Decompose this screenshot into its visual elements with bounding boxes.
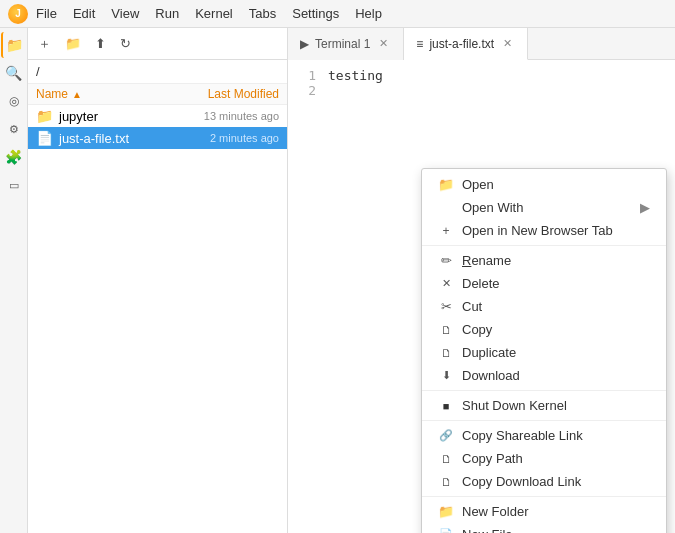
menu-tabs[interactable]: Tabs [241, 4, 284, 23]
ctx-duplicate[interactable]: 🗋 Duplicate [422, 341, 666, 364]
line-number-2: 2 [288, 83, 328, 98]
ctx-separator-2 [422, 390, 666, 391]
ctx-new-folder[interactable]: 📁 New Folder [422, 500, 666, 523]
icon-git[interactable]: ◎ [1, 88, 27, 114]
ctx-shutdown-kernel[interactable]: ■ Shut Down Kernel [422, 394, 666, 417]
ctx-copy-icon: 🗋 [438, 324, 454, 336]
ctx-open-label: Open [462, 177, 650, 192]
upload-btn[interactable]: ⬆ [91, 34, 110, 53]
ctx-copy-dl-label: Copy Download Link [462, 474, 650, 489]
breadcrumb-root[interactable]: / [36, 64, 40, 79]
new-launcher-btn[interactable]: ＋ [34, 33, 55, 55]
menu-run[interactable]: Run [147, 4, 187, 23]
icon-bar: 📁 🔍 ◎ ⚙ 🧩 ▭ [0, 28, 28, 533]
menu-help[interactable]: Help [347, 4, 390, 23]
ctx-rename[interactable]: ✏ Rename [422, 249, 666, 272]
ctx-copy-shareable-link[interactable]: 🔗 Copy Shareable Link [422, 424, 666, 447]
icon-terminal[interactable]: ▭ [1, 172, 27, 198]
ctx-download-icon: ⬇ [438, 369, 454, 382]
file-modified: 2 minutes ago [210, 132, 279, 144]
tab-just-a-file[interactable]: ≡ just-a-file.txt ✕ [404, 28, 528, 60]
menu-file[interactable]: File [28, 4, 65, 23]
ctx-open-with-arrow: ▶ [640, 200, 650, 215]
icon-search[interactable]: 🔍 [1, 60, 27, 86]
ctx-open[interactable]: 📁 Open [422, 173, 666, 196]
ctx-copy-download-link[interactable]: 🗋 Copy Download Link [422, 470, 666, 493]
ctx-open-browser-tab[interactable]: + Open in New Browser Tab [422, 219, 666, 242]
tab-terminal1[interactable]: ▶ Terminal 1 ✕ [288, 28, 404, 60]
ctx-delete-label: Delete [462, 276, 650, 291]
menu-view[interactable]: View [103, 4, 147, 23]
file-modified: 13 minutes ago [204, 110, 279, 122]
line-content-1: testing [328, 68, 383, 83]
tab-bar: ▶ Terminal 1 ✕ ≡ just-a-file.txt ✕ [288, 28, 675, 60]
ctx-copy-link-icon: 🔗 [438, 429, 454, 442]
editor-line-1: 1 testing [288, 68, 675, 83]
ctx-open-browser-label: Open in New Browser Tab [462, 223, 650, 238]
file-item-just-a-file[interactable]: 📄 just-a-file.txt 2 minutes ago [28, 127, 287, 149]
menu-settings[interactable]: Settings [284, 4, 347, 23]
tab-close-file[interactable]: ✕ [500, 36, 515, 51]
menubar: J File Edit View Run Kernel Tabs Setting… [0, 0, 675, 28]
file-panel: ＋ 📁 ⬆ ↻ / Name ▲ Last Modified 📁 jupyter… [28, 28, 288, 533]
menu-kernel[interactable]: Kernel [187, 4, 241, 23]
ctx-open-with-label: Open With [462, 200, 632, 215]
modified-column-header[interactable]: Last Modified [208, 87, 279, 101]
ctx-copy-dl-icon: 🗋 [438, 476, 454, 488]
line-number-1: 1 [288, 68, 328, 83]
ctx-copy-path-icon: 🗋 [438, 453, 454, 465]
ctx-copy-label: Copy [462, 322, 650, 337]
ctx-copy-path[interactable]: 🗋 Copy Path [422, 447, 666, 470]
ctx-copy-path-label: Copy Path [462, 451, 650, 466]
new-folder-btn[interactable]: 📁 [61, 34, 85, 53]
icon-extensions[interactable]: 🧩 [1, 144, 27, 170]
ctx-new-folder-icon: 📁 [438, 504, 454, 519]
file-item-jupyter[interactable]: 📁 jupyter 13 minutes ago [28, 105, 287, 127]
ctx-cut-icon: ✂ [438, 299, 454, 314]
ctx-duplicate-label: Duplicate [462, 345, 650, 360]
ctx-duplicate-icon: 🗋 [438, 347, 454, 359]
ctx-download[interactable]: ⬇ Download [422, 364, 666, 387]
context-menu: 📁 Open Open With ▶ + Open in New Browser… [421, 168, 667, 533]
content-area: ▶ Terminal 1 ✕ ≡ just-a-file.txt ✕ 1 tes… [288, 28, 675, 533]
ctx-separator-4 [422, 496, 666, 497]
ctx-rename-icon: ✏ [438, 253, 454, 268]
tab-label-terminal: Terminal 1 [315, 37, 370, 51]
ctx-copy[interactable]: 🗋 Copy [422, 318, 666, 341]
tab-label-file: just-a-file.txt [429, 37, 494, 51]
ctx-rename-label: Rename [462, 253, 650, 268]
file-name: jupyter [59, 109, 204, 124]
ctx-new-folder-label: New Folder [462, 504, 650, 519]
app-logo: J [8, 4, 28, 24]
ctx-open-icon: 📁 [438, 177, 454, 192]
tab-close-terminal[interactable]: ✕ [376, 36, 391, 51]
file-name: just-a-file.txt [59, 131, 210, 146]
ctx-cut-label: Cut [462, 299, 650, 314]
ctx-new-file[interactable]: 📄 New File [422, 523, 666, 533]
ctx-delete[interactable]: ✕ Delete [422, 272, 666, 295]
menu-edit[interactable]: Edit [65, 4, 103, 23]
terminal-tab-icon: ▶ [300, 37, 309, 51]
icon-property[interactable]: ⚙ [1, 116, 27, 142]
file-icon: 📄 [36, 130, 53, 146]
file-list: 📁 jupyter 13 minutes ago 📄 just-a-file.t… [28, 105, 287, 533]
file-table-header: Name ▲ Last Modified [28, 84, 287, 105]
ctx-download-label: Download [462, 368, 650, 383]
name-column-header[interactable]: Name ▲ [36, 87, 208, 101]
ctx-copy-link-label: Copy Shareable Link [462, 428, 650, 443]
folder-icon: 📁 [36, 108, 53, 124]
ctx-cut[interactable]: ✂ Cut [422, 295, 666, 318]
ctx-separator-1 [422, 245, 666, 246]
ctx-delete-icon: ✕ [438, 277, 454, 290]
ctx-shutdown-label: Shut Down Kernel [462, 398, 650, 413]
main-layout: 📁 🔍 ◎ ⚙ 🧩 ▭ ＋ 📁 ⬆ ↻ / Name ▲ Last Modifi… [0, 28, 675, 533]
ctx-new-file-label: New File [462, 527, 650, 533]
file-tab-icon: ≡ [416, 37, 423, 51]
ctx-separator-3 [422, 420, 666, 421]
icon-files[interactable]: 📁 [1, 32, 27, 58]
ctx-shutdown-icon: ■ [438, 400, 454, 412]
ctx-open-browser-icon: + [438, 224, 454, 238]
ctx-open-with[interactable]: Open With ▶ [422, 196, 666, 219]
ctx-new-file-icon: 📄 [438, 528, 454, 533]
refresh-btn[interactable]: ↻ [116, 34, 135, 53]
